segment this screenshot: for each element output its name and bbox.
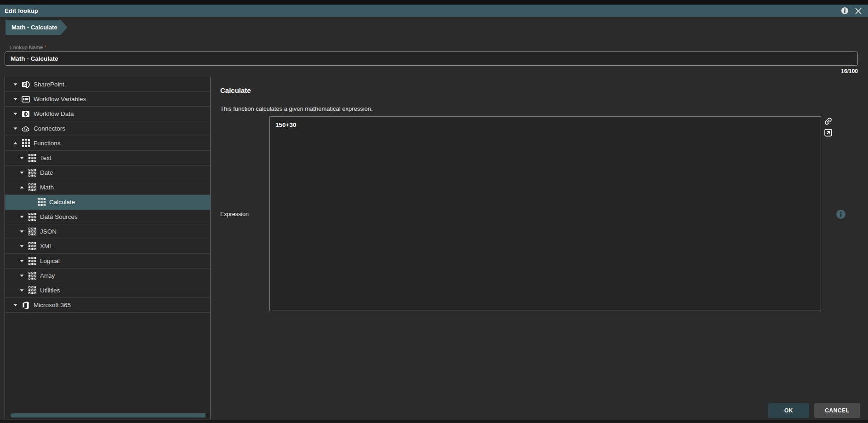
chevron-up-icon[interactable]	[12, 141, 18, 146]
grid-icon	[28, 154, 36, 162]
workflow-data-icon	[22, 110, 30, 118]
tree-item-label: Data Sources	[40, 213, 78, 220]
tree-item-json[interactable]: JSON	[5, 224, 210, 239]
chevron-down-icon[interactable]	[19, 244, 25, 249]
grid-icon	[28, 257, 36, 265]
grid-icon	[28, 286, 36, 295]
expression-info-icon[interactable]	[836, 209, 846, 219]
tree-item-label: Functions	[34, 140, 61, 147]
connectors-icon	[22, 125, 30, 133]
grid-icon	[28, 213, 36, 221]
char-counter: 16/100	[841, 68, 858, 74]
help-info-icon[interactable]	[839, 6, 850, 16]
breadcrumb-tab[interactable]: Math - Calculate	[6, 20, 68, 35]
cancel-button[interactable]: CANCEL	[814, 403, 860, 418]
horizontal-scrollbar-thumb[interactable]	[11, 413, 208, 417]
tree-item-label: Date	[40, 169, 53, 176]
tree-item-label: XML	[40, 243, 53, 250]
grid-icon	[28, 183, 36, 192]
tree-item-label: SharePoint	[34, 81, 64, 88]
chevron-down-icon[interactable]	[19, 288, 25, 293]
grid-icon	[28, 242, 36, 251]
grid-icon	[37, 198, 46, 206]
tree-item-sharepoint[interactable]: SSharePoint	[5, 77, 210, 92]
chevron-down-icon[interactable]	[12, 82, 18, 87]
expression-label: Expression	[220, 211, 249, 217]
top-strip	[0, 0, 868, 5]
workflow-variables-icon	[22, 95, 30, 103]
expression-input[interactable]: 150+30	[269, 116, 821, 310]
breadcrumb-tab-label: Math - Calculate	[11, 24, 57, 31]
close-icon[interactable]	[853, 6, 863, 16]
dialog-header: Edit lookup	[0, 5, 868, 17]
tree-item-calculate[interactable]: Calculate	[5, 195, 210, 210]
function-title: Calculate	[220, 86, 251, 94]
tree-item-label: Microsoft 365	[34, 302, 71, 309]
tree-item-utilities[interactable]: Utilities	[5, 283, 210, 298]
chevron-down-icon[interactable]	[19, 273, 25, 278]
function-tree-panel: SSharePointWorkflow VariablesWorkflow Da…	[5, 77, 211, 419]
tree-item-workflow-variables[interactable]: Workflow Variables	[5, 92, 210, 107]
grid-icon	[28, 169, 36, 177]
chevron-down-icon[interactable]	[19, 229, 25, 234]
chevron-down-icon[interactable]	[19, 170, 25, 175]
ok-button[interactable]: OK	[768, 403, 809, 418]
tree-item-label: Workflow Variables	[34, 96, 86, 103]
edit-lookup-dialog: Edit lookup Math - Calculate Lookup Name…	[0, 0, 868, 423]
chevron-down-icon[interactable]	[19, 214, 25, 219]
tree-item-array[interactable]: Array	[5, 269, 210, 283]
tree-item-label: Calculate	[49, 199, 75, 206]
function-description: This function calculates a given mathema…	[220, 105, 373, 112]
lookup-name-label: Lookup Name*	[10, 45, 46, 50]
chevron-down-icon[interactable]	[12, 97, 18, 102]
tree-item-text[interactable]: Text	[5, 151, 210, 166]
dialog-title: Edit lookup	[5, 7, 38, 14]
horizontal-scrollbar-end	[206, 413, 209, 417]
grid-icon	[28, 228, 36, 236]
tree-item-label: Logical	[40, 257, 60, 264]
required-asterisk: *	[45, 45, 46, 50]
chevron-down-icon[interactable]	[19, 155, 25, 160]
grid-icon	[28, 272, 36, 280]
lookup-name-input[interactable]	[5, 51, 858, 66]
tree-item-label: Math	[40, 184, 54, 191]
tree-item-label: JSON	[40, 228, 57, 235]
svg-text:S: S	[23, 82, 26, 87]
function-tree: SSharePointWorkflow VariablesWorkflow Da…	[5, 77, 210, 313]
tree-item-label: Connectors	[34, 125, 65, 132]
insert-reference-link-icon[interactable]	[823, 116, 833, 126]
chevron-down-icon[interactable]	[12, 303, 18, 308]
tree-item-functions[interactable]: Functions	[5, 136, 210, 151]
grid-icon	[22, 139, 30, 148]
chevron-up-icon[interactable]	[19, 185, 25, 190]
tree-item-xml[interactable]: XML	[5, 239, 210, 254]
tree-item-microsoft-365[interactable]: Microsoft 365	[5, 298, 210, 313]
tree-item-connectors[interactable]: Connectors	[5, 121, 210, 136]
tree-item-math[interactable]: Math	[5, 180, 210, 195]
sharepoint-icon: S	[22, 80, 30, 89]
chevron-down-icon[interactable]	[19, 258, 25, 263]
microsoft-365-icon	[22, 301, 30, 309]
tree-item-date[interactable]: Date	[5, 166, 210, 180]
chevron-down-icon[interactable]	[12, 111, 18, 116]
tree-item-label: Text	[40, 154, 51, 161]
chevron-down-icon[interactable]	[12, 126, 18, 131]
bottom-strip	[0, 420, 868, 423]
tree-item-label: Workflow Data	[34, 110, 74, 117]
tree-item-label: Utilities	[40, 287, 60, 294]
expand-editor-icon[interactable]	[823, 127, 833, 137]
tree-item-data-sources[interactable]: Data Sources	[5, 210, 210, 224]
tree-item-workflow-data[interactable]: Workflow Data	[5, 107, 210, 121]
tree-item-logical[interactable]: Logical	[5, 254, 210, 269]
tree-item-label: Array	[40, 272, 55, 279]
